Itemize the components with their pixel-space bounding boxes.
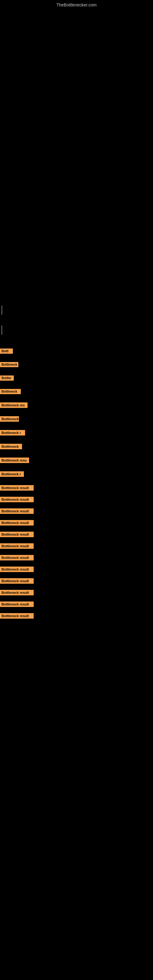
- chart-area: [0, 9, 153, 199]
- bottleneck-label-13: Bottleneck result: [0, 508, 33, 514]
- bottleneck-label-11: Bottleneck result: [0, 485, 33, 491]
- bottleneck-label-1: Bottl: [0, 348, 13, 354]
- bottleneck-item-20: Bottleneck result: [0, 590, 153, 595]
- spacer-15: [0, 538, 153, 543]
- bottleneck-label-7: Bottleneck r: [0, 430, 25, 436]
- vertical-indicator-1: [2, 305, 2, 315]
- bottleneck-item-5: Bottleneck res: [0, 402, 153, 408]
- empty-section: [0, 199, 153, 305]
- bottleneck-label-3: Bottler: [0, 375, 14, 381]
- bottleneck-item-2: Bottleneck: [0, 362, 153, 367]
- bottleneck-label-6: Bottleneck: [0, 416, 19, 422]
- bottleneck-item-3: Bottler: [0, 375, 153, 381]
- bottleneck-label-20: Bottleneck result: [0, 590, 33, 595]
- bottleneck-label-22: Bottleneck result: [0, 613, 33, 619]
- spacer-9: [0, 464, 153, 471]
- bottleneck-item-14: Bottleneck result: [0, 520, 153, 525]
- bottleneck-label-8: Bottleneck: [0, 444, 22, 449]
- bottleneck-label-18: Bottleneck result: [0, 566, 33, 572]
- bottleneck-item-12: Bottleneck result: [0, 497, 153, 502]
- bottleneck-item-7: Bottleneck r: [0, 430, 153, 436]
- bottleneck-label-15: Bottleneck result: [0, 531, 33, 537]
- bottleneck-item-22: Bottleneck result: [0, 613, 153, 619]
- spacer-7: [0, 436, 153, 444]
- bottleneck-label-21: Bottleneck result: [0, 601, 33, 607]
- bottleneck-item-11: Bottleneck result: [0, 485, 153, 491]
- bottleneck-label-9: Bottleneck resu: [0, 458, 29, 463]
- spacer-8: [0, 450, 153, 458]
- bottleneck-results-container: BottlBottleneckBottlerBottleneckBottlene…: [0, 345, 153, 625]
- spacer-18: [0, 573, 153, 578]
- bottleneck-item-9: Bottleneck resu: [0, 458, 153, 463]
- spacer-22: [0, 619, 153, 625]
- bottleneck-label-4: Bottleneck: [0, 389, 21, 394]
- spacer-4: [0, 395, 153, 402]
- bottleneck-item-21: Bottleneck result: [0, 601, 153, 607]
- bottleneck-label-19: Bottleneck result: [0, 578, 33, 584]
- bottleneck-label-10: Bottleneck r: [0, 471, 24, 477]
- bottleneck-item-19: Bottleneck result: [0, 578, 153, 584]
- spacer-16: [0, 549, 153, 555]
- spacer-2: [0, 368, 153, 375]
- spacer-12: [0, 503, 153, 508]
- bottleneck-label-2: Bottleneck: [0, 362, 18, 367]
- bottleneck-item-15: Bottleneck result: [0, 531, 153, 537]
- site-title: TheBottlenecker.com: [0, 0, 153, 9]
- bottleneck-item-4: Bottleneck: [0, 389, 153, 394]
- bottleneck-item-6: Bottleneck: [0, 416, 153, 422]
- bottleneck-item-16: Bottleneck result: [0, 543, 153, 549]
- bottleneck-label-5: Bottleneck res: [0, 402, 27, 408]
- bottleneck-label-14: Bottleneck result: [0, 520, 33, 525]
- bottleneck-label-16: Bottleneck result: [0, 543, 33, 549]
- bottleneck-item-10: Bottleneck r: [0, 471, 153, 477]
- bottleneck-item-13: Bottleneck result: [0, 508, 153, 514]
- spacer-11: [0, 491, 153, 497]
- vertical-indicator-2: [2, 326, 2, 335]
- spacer-5: [0, 409, 153, 416]
- bottleneck-label-17: Bottleneck result: [0, 555, 33, 560]
- bottleneck-label-12: Bottleneck result: [0, 497, 33, 502]
- spacer-19: [0, 584, 153, 590]
- bottleneck-item-18: Bottleneck result: [0, 566, 153, 572]
- spacer-17: [0, 561, 153, 566]
- spacer-21: [0, 608, 153, 613]
- spacer-14: [0, 526, 153, 531]
- bottleneck-item-8: Bottleneck: [0, 444, 153, 449]
- bottleneck-item-17: Bottleneck result: [0, 555, 153, 560]
- spacer-1: [0, 354, 153, 362]
- spacer-20: [0, 596, 153, 601]
- spacer-3: [0, 381, 153, 389]
- spacer-13: [0, 514, 153, 520]
- bottleneck-item-1: Bottl: [0, 348, 153, 354]
- spacer-10: [0, 477, 153, 485]
- spacer-6: [0, 422, 153, 430]
